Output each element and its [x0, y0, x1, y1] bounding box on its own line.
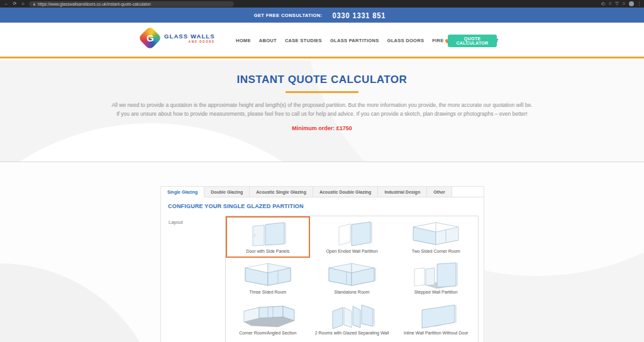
- open-ended-wall-partition-illustration: [320, 221, 383, 248]
- title-underline: [286, 91, 358, 93]
- layout-options-grid: Door with Side Panels Open Ended Wall Pa…: [225, 216, 479, 342]
- intro-line-2: If you are unsure about how to provide m…: [0, 109, 644, 118]
- nav-item-home[interactable]: HOME: [236, 38, 251, 43]
- layout-option-stepped-wall-partition[interactable]: Stepped Wall Partition: [394, 258, 478, 299]
- three-sided-room-illustration: [236, 262, 299, 289]
- back-icon[interactable]: ←: [3, 0, 11, 8]
- address-bar[interactable]: https://www.glasswallsanddoors.co.uk/ins…: [29, 1, 234, 7]
- page-title: INSTANT QUOTE CALCULATOR: [0, 74, 644, 86]
- tab-industrial-design[interactable]: Industrial Design: [378, 187, 427, 197]
- tab-acoustic-single-glazing[interactable]: Acoustic Single Glazing: [250, 187, 313, 197]
- site-header: G GLASS WALLS AND DOORS HOME ABOUT CASE …: [0, 23, 644, 58]
- glazing-tabs: Single Glazing Double Glazing Acoustic S…: [161, 187, 484, 197]
- nav-item-case-studies[interactable]: CASE STUDIES: [285, 38, 322, 43]
- reload-icon[interactable]: ⟳: [11, 0, 19, 8]
- home-icon[interactable]: ⌂: [19, 0, 27, 8]
- logo-diamond-icon: G: [138, 26, 162, 50]
- layout-field-label: Layout: [169, 219, 183, 225]
- extensions-icon[interactable]: ☆: [622, 0, 626, 8]
- nav-item-glass-partitions[interactable]: GLASS PARTITIONS: [330, 38, 379, 43]
- history-icon[interactable]: ◴: [601, 0, 605, 8]
- logo-title: GLASS WALLS: [164, 33, 215, 40]
- logo-subtitle: AND DOORS: [189, 40, 215, 43]
- layout-option-three-sided-room[interactable]: Three Sided Room: [226, 258, 310, 299]
- tab-double-glazing[interactable]: Double Glazing: [204, 187, 250, 197]
- bookmark-icon[interactable]: ☆: [608, 0, 612, 8]
- inline-wall-partition-illustration: [404, 303, 467, 329]
- corner-room-angled-section-illustration: [236, 303, 299, 329]
- tab-single-glazing[interactable]: Single Glazing: [161, 187, 204, 197]
- bg-swoosh-left: [0, 263, 164, 342]
- url-text: https://www.glasswallsanddoors.co.uk/ins…: [38, 1, 151, 7]
- browser-menu-icon[interactable]: ⋮: [637, 0, 641, 8]
- lock-icon: [33, 3, 36, 6]
- layout-option-standalone-room[interactable]: Standalone Room: [310, 258, 394, 299]
- tab-acoustic-double-glazing[interactable]: Acoustic Double Glazing: [313, 187, 378, 197]
- profile-avatar[interactable]: [629, 1, 634, 6]
- layout-option-2-rooms-with-glazed-separating-wall[interactable]: 2 Rooms with Glazed Separating Wall: [310, 299, 394, 339]
- door-with-side-panels-illustration: [236, 221, 299, 248]
- section-heading: CONFIGURE YOUR SINGLE GLAZED PARTITION: [168, 203, 484, 209]
- hero-section: INSTANT QUOTE CALCULATOR All we need to …: [0, 60, 644, 162]
- phone-number-link[interactable]: 0330 1331 851: [332, 11, 386, 20]
- quote-calculator-card: Single Glazing Double Glazing Acoustic S…: [160, 186, 484, 342]
- consultation-label: GET FREE CONSULTATION:: [254, 13, 323, 18]
- tab-other[interactable]: Other: [427, 187, 452, 197]
- site-logo[interactable]: G GLASS WALLS AND DOORS: [139, 30, 215, 47]
- nav-item-glass-doors[interactable]: GLASS DOORS: [387, 38, 425, 43]
- stepped-wall-partition-illustration: [404, 262, 467, 289]
- quote-calculator-button[interactable]: QUOTE CALCULATOR: [448, 35, 497, 47]
- layout-option-two-sided-corner-room[interactable]: Two Sided Corner Room: [394, 216, 478, 258]
- layout-option-door-with-side-panels[interactable]: Door with Side Panels: [226, 216, 310, 258]
- two-sided-corner-room-illustration: [404, 221, 467, 248]
- consultation-bar: GET FREE CONSULTATION: 0330 1331 851: [0, 8, 644, 23]
- downloads-icon[interactable]: ▽: [615, 0, 618, 8]
- browser-chrome: ← ⟳ ⌂ https://www.glasswallsanddoors.co.…: [0, 0, 644, 8]
- layout-option-corner-room-angled-section[interactable]: Corner Room/Angled Section: [226, 299, 310, 339]
- intro-line-1: All we need to provide a quotation is th…: [0, 101, 644, 109]
- layout-option-inline-wall-partition-without-door[interactable]: Inline Wall Partition Without Door: [394, 299, 478, 339]
- two-rooms-separating-wall-illustration: [320, 303, 383, 329]
- standalone-room-illustration: [320, 262, 383, 289]
- nav-item-about[interactable]: ABOUT: [259, 38, 277, 43]
- layout-option-open-ended-wall-partition[interactable]: Open Ended Wall Partition: [310, 216, 394, 258]
- minimum-order-note: Minimum order: £1750: [0, 125, 644, 131]
